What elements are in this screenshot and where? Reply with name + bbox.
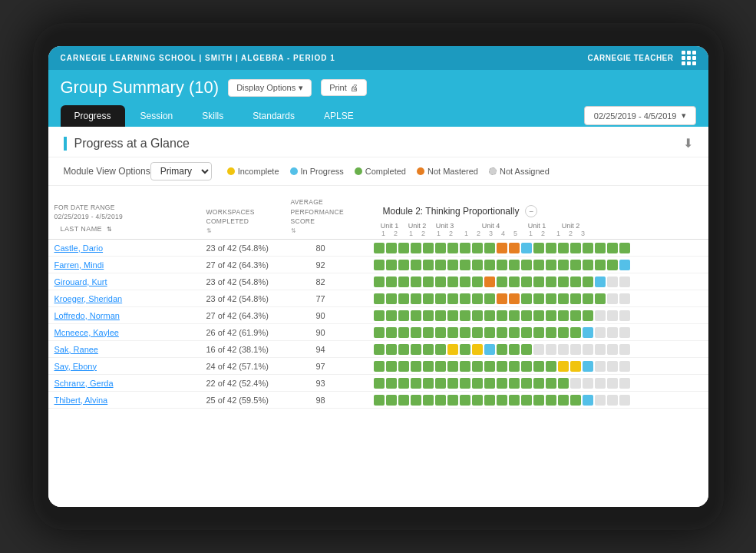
date-range-header: FOR DATE RANGE02/25/2019 - 4/5/2019 [54, 203, 196, 223]
notmastered-label: Not Mastered [428, 167, 478, 176]
print-button[interactable]: Print 🖨 [321, 79, 367, 96]
grid-menu-icon[interactable] [682, 51, 696, 65]
grid-cell [521, 293, 532, 304]
table-row: Kroeger, Sheridan 23 of 42 (54.8%) 77 [48, 290, 371, 307]
grid-cell [411, 361, 421, 372]
workspaces-column-header: WORKSPACESCOMPLETED ⇅ [202, 186, 286, 239]
grid-cell [472, 378, 483, 389]
grid-cell [583, 327, 593, 338]
student-rows: Castle, Dario 23 of 42 (54.8%) 80 Farren… [48, 240, 371, 507]
grid-cell [533, 276, 544, 287]
grid-cell [521, 310, 532, 321]
grid-cell [423, 276, 434, 287]
avg-performance-score: 90 [286, 311, 355, 320]
grid-cell [546, 361, 556, 372]
workspaces-completed: 24 of 42 (57.1%) [202, 362, 286, 371]
grid-cell [558, 310, 569, 321]
grid-cell [398, 293, 409, 304]
grid-cell [607, 327, 618, 338]
legend-incomplete: Incomplete [227, 167, 279, 176]
grid-cell [484, 378, 495, 389]
student-name[interactable]: Sak, Ranee [48, 345, 202, 354]
tab-standards[interactable]: Standards [239, 105, 309, 127]
student-name[interactable]: Mcneece, Kaylee [48, 328, 202, 337]
grid-cell [398, 361, 409, 372]
grid-cell [546, 293, 556, 304]
grid-cell [497, 378, 507, 389]
grid-cell [570, 361, 581, 372]
grid-cell [521, 344, 532, 355]
grid-cell [472, 243, 483, 253]
avg-performance-score: 92 [286, 260, 355, 270]
incomplete-dot [227, 167, 235, 175]
grid-cell [447, 395, 458, 406]
student-name[interactable]: Castle, Dario [48, 243, 202, 253]
display-options-label: Display Options [236, 83, 295, 92]
student-name[interactable]: Loffredo, Norman [48, 311, 202, 320]
grid-cell [607, 344, 618, 355]
download-icon[interactable]: ⬇ [683, 136, 693, 151]
avg-performance-score: 82 [286, 277, 355, 286]
section-header: Progress at a Glance ⬇ [48, 127, 708, 157]
grid-cell [595, 310, 606, 321]
tab-session[interactable]: Session [127, 105, 187, 127]
grid-cell [509, 276, 520, 287]
grid-cell [374, 361, 385, 372]
workspaces-completed: 16 of 42 (38.1%) [202, 345, 286, 354]
grid-cell [398, 260, 409, 270]
display-options-button[interactable]: Display Options ▾ [228, 79, 312, 97]
student-name[interactable]: Say, Ebony [48, 362, 202, 371]
grid-cell [386, 361, 397, 372]
grid-cell [374, 378, 385, 389]
completed-label: Completed [365, 167, 406, 176]
student-name[interactable]: Kroeger, Sheridan [48, 294, 202, 303]
sort-ws-icon[interactable]: ⇅ [206, 227, 282, 236]
unit-headers: Unit 1 1 2 Unit 2 1 [377, 220, 702, 239]
student-name[interactable]: Girouard, Kurt [48, 277, 202, 286]
grid-cell [619, 378, 630, 389]
module-view-label: Module View Options [64, 166, 150, 177]
student-name[interactable]: Farren, Mindi [48, 260, 202, 270]
tab-aplse[interactable]: APLSE [310, 105, 368, 127]
tab-progress[interactable]: Progress [61, 105, 125, 127]
grid-cell [583, 310, 593, 321]
module-view-select[interactable]: Primary [150, 162, 212, 180]
grid-cell [583, 378, 593, 389]
date-range-button[interactable]: 02/25/2019 - 4/5/2019 ▾ [584, 106, 696, 125]
grid-row [371, 324, 708, 341]
grid-cell [374, 260, 385, 270]
tab-skills[interactable]: Skills [188, 105, 237, 127]
grid-row [371, 273, 708, 290]
sort-icon[interactable]: ⇅ [107, 226, 112, 233]
grid-cell [386, 276, 397, 287]
avg-performance-score: 77 [286, 294, 355, 303]
notmastered-dot [417, 167, 424, 175]
grid-cell [497, 327, 507, 338]
user-name: Carnegie Teacher [588, 54, 674, 62]
grid-cell [583, 361, 593, 372]
grid-cell [447, 378, 458, 389]
table-row: Farren, Mindi 27 of 42 (64.3%) 92 [48, 257, 371, 273]
notassigned-dot [489, 167, 497, 175]
grid-cell [423, 327, 434, 338]
grid-cell [583, 243, 593, 253]
grid-cell [558, 395, 569, 406]
grid-cell [386, 243, 397, 253]
grid-cell [374, 310, 385, 321]
grid-cell [497, 361, 507, 372]
grid-cell [570, 344, 581, 355]
grid-cell [595, 276, 606, 287]
grid-cell [607, 310, 618, 321]
collapse-module-button[interactable]: − [525, 205, 537, 217]
section-title: Progress at a Glance [64, 137, 190, 151]
grid-cell [411, 310, 421, 321]
sort-avg-icon[interactable]: ⇅ [291, 227, 351, 236]
right-panel: Module 2: Thinking Proportionally − Unit… [371, 186, 708, 507]
student-name[interactable]: Thibert, Alvina [48, 396, 202, 405]
grid-cell [460, 361, 470, 372]
grid-cell [607, 243, 618, 253]
header-top: Group Summary (10) Display Options ▾ Pri… [61, 78, 696, 98]
tab-bar: Progress Session Skills Standards APLSE [61, 105, 368, 127]
grid-row [371, 257, 708, 273]
student-name[interactable]: Schranz, Gerda [48, 379, 202, 388]
